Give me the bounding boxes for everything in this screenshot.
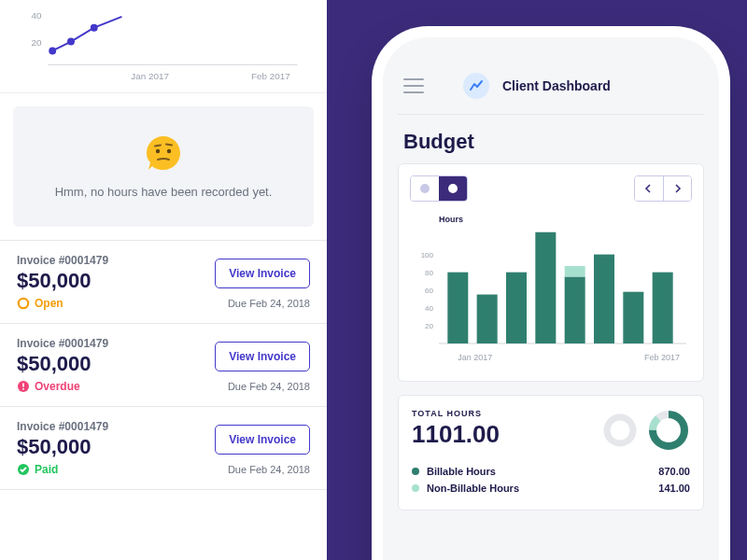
legend-value: 870.00 [658, 466, 690, 477]
invoice-status: Overdue [17, 380, 205, 393]
legend-row: Billable Hours870.00 [412, 463, 690, 480]
donut-area [602, 409, 690, 452]
svg-point-6 [156, 149, 160, 153]
legend-label: Non-Billable Hours [427, 483, 519, 494]
svg-rect-21 [477, 295, 498, 343]
svg-rect-24 [565, 276, 585, 343]
app-title: Client Dashboard [502, 78, 611, 93]
invoice-amount: $50,000 [17, 435, 205, 459]
invoice-status: Paid [17, 463, 205, 476]
svg-point-1 [49, 47, 56, 54]
invoice-number: Invoice #0001479 [17, 254, 205, 267]
invoice-list: Invoice #0001479View Invoice$50,000OpenD… [0, 240, 327, 490]
svg-rect-27 [623, 292, 643, 343]
mini-line-chart: 40 20 Jan 2017 Feb 2017 [0, 0, 327, 93]
status-open-icon [17, 297, 30, 310]
invoice-due: Due Feb 24, 2018 [215, 381, 310, 392]
dashboard-left-panel: 40 20 Jan 2017 Feb 2017 Hmm, no hours ha… [0, 0, 327, 560]
empty-state-card: Hmm, no hours have been recorded yet. [13, 106, 314, 227]
donut-chart-icon [647, 409, 690, 452]
budget-card: Hours20406080100Jan 2017Feb 2017 [398, 163, 704, 382]
svg-rect-28 [653, 273, 673, 343]
svg-rect-11 [22, 388, 24, 390]
legend-label: Billable Hours [427, 466, 496, 477]
svg-text:20: 20 [425, 322, 433, 330]
svg-rect-25 [565, 266, 585, 276]
legend-row: Non-Billable Hours141.00 [412, 480, 690, 497]
y-tick: 40 [31, 10, 41, 21]
svg-text:100: 100 [421, 251, 434, 259]
invoice-item: Invoice #0001479View Invoice$50,000OpenD… [0, 241, 327, 324]
svg-rect-22 [506, 273, 527, 343]
thinking-face-icon [145, 134, 182, 172]
svg-text:Feb 2017: Feb 2017 [644, 353, 680, 362]
svg-text:80: 80 [425, 269, 433, 277]
section-title: Budget [398, 115, 704, 163]
legend-value: 141.00 [658, 483, 690, 494]
period-nav [634, 175, 692, 202]
svg-point-2 [67, 38, 75, 46]
donut-placeholder-icon [602, 413, 638, 448]
invoice-status: Open [17, 297, 205, 310]
invoice-due: Due Feb 24, 2018 [215, 298, 310, 309]
toggle-option-1[interactable] [411, 176, 439, 201]
legend-dot-icon [412, 484, 419, 492]
svg-rect-23 [535, 232, 556, 343]
status-overdue-icon [17, 380, 30, 393]
view-invoice-button[interactable]: View Invoice [215, 425, 310, 455]
svg-text:Jan 2017: Jan 2017 [458, 353, 492, 362]
status-paid-icon [17, 463, 30, 476]
invoice-number: Invoice #0001479 [17, 420, 205, 433]
invoice-amount: $50,000 [17, 352, 205, 376]
hamburger-menu-icon[interactable] [403, 78, 424, 93]
svg-point-3 [91, 24, 98, 32]
invoice-number: Invoice #0001479 [17, 337, 205, 350]
svg-point-31 [607, 417, 633, 443]
svg-text:60: 60 [425, 287, 433, 295]
svg-rect-26 [594, 255, 614, 343]
empty-state-text: Hmm, no hours have been recorded yet. [26, 185, 301, 199]
x-tick: Feb 2017 [251, 71, 290, 81]
phone-mockup: Client Dashboard Budget Hours20406080100… [383, 37, 719, 560]
view-invoice-button[interactable]: View Invoice [215, 259, 310, 288]
hours-bar-chart: Hours20406080100Jan 2017Feb 2017 [410, 211, 692, 370]
y-tick: 20 [31, 37, 41, 48]
svg-rect-10 [22, 384, 24, 387]
toggle-option-2[interactable] [439, 176, 467, 201]
svg-text:40: 40 [425, 304, 433, 313]
invoice-due: Due Feb 24, 2018 [215, 464, 310, 475]
svg-rect-20 [447, 273, 468, 343]
invoice-amount: $50,000 [17, 269, 205, 293]
logo-icon [463, 73, 489, 99]
svg-point-8 [19, 299, 28, 308]
next-button[interactable] [663, 176, 691, 201]
x-tick: Jan 2017 [131, 71, 169, 81]
budget-toolbar [410, 175, 692, 202]
total-hours-label: TOTAL HOURS [412, 409, 589, 418]
invoice-item: Invoice #0001479View Invoice$50,000PaidD… [0, 407, 327, 490]
prev-button[interactable] [635, 176, 663, 201]
totals-card: TOTAL HOURS 1101.00 Billable Hours870.00… [398, 395, 704, 511]
invoice-item: Invoice #0001479View Invoice$50,000Overd… [0, 324, 327, 407]
total-hours-value: 1101.00 [412, 420, 589, 449]
app-header: Client Dashboard [398, 65, 704, 115]
view-toggle [410, 175, 468, 202]
legend-dot-icon [412, 468, 419, 475]
view-invoice-button[interactable]: View Invoice [215, 342, 310, 371]
legend: Billable Hours870.00Non-Billable Hours14… [412, 463, 690, 497]
svg-point-7 [167, 149, 171, 153]
svg-text:Hours: Hours [439, 215, 463, 224]
